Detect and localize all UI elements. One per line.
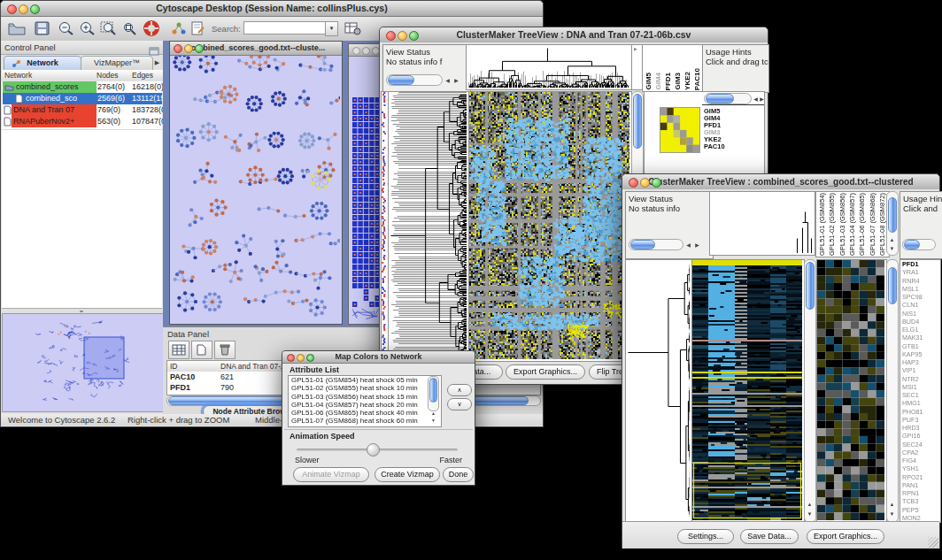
gene-label[interactable]: RPO21 [902,473,940,481]
settings-button[interactable]: Settings... [677,529,734,544]
gene-label[interactable]: TCB3 [902,497,940,505]
tv1-zoom-heatmap[interactable] [660,107,700,153]
speed-slider-thumb[interactable] [367,443,380,456]
zoom-window-icon[interactable] [306,354,314,362]
save-data-button[interactable]: Save Data... [740,529,799,544]
gene-label[interactable]: PAN1 [902,481,940,489]
scroll-right-icon[interactable]: ▶ [452,77,460,84]
scroll-right-icon[interactable]: ▶ [693,242,701,249]
gene-label[interactable]: SEC1 [902,391,940,399]
col-header-edges[interactable]: Edges [129,70,164,81]
save-icon[interactable] [35,21,50,39]
zoom-window-icon[interactable] [409,31,419,41]
scroll-down-icon[interactable]: ▼ [806,510,814,518]
search-dropdown-button[interactable]: ▼ [325,21,338,36]
tv2-row-dendrogram[interactable] [625,259,692,523]
scroll-left-icon[interactable]: ◀ [444,77,452,84]
gene-label[interactable]: GPI16 [902,432,940,440]
scroll-down-icon[interactable]: ▼ [429,417,437,424]
minimize-icon[interactable] [19,4,28,14]
attribute-list-scrollbar[interactable] [428,376,439,411]
gene-label[interactable]: NIS1 [902,310,940,318]
scroll-right-icon[interactable]: ▶ [758,96,766,103]
create-vizmap-button[interactable]: Create Vizmap [374,467,440,482]
gene-label[interactable]: PEP5 [902,506,940,514]
gene-label[interactable]: ELG1 [902,326,940,334]
attribute-list-item[interactable]: GPL51-04 (GSM857) heat shock 20 min [289,401,441,409]
attribute-browser-icon[interactable] [344,21,361,39]
gene-label[interactable]: HRD3 [902,424,940,432]
tiny-arrow-icon[interactable]: ▶ [634,46,637,51]
gene-label[interactable]: NTR2 [902,375,940,383]
network-canvas[interactable] [170,56,340,323]
network-row-selected[interactable]: combined_sco 2569(6) 13112(15) [3,93,162,104]
network-view-window[interactable]: combined_scores_good.txt--cluste... [169,41,343,325]
scroll-left-icon[interactable]: ◀ [684,242,692,249]
network-row-combined-scores[interactable]: combined_scores 2764(0) 16218(0) [3,81,162,93]
tab-overflow-button[interactable]: ▶ [153,58,161,68]
usage-hints-scrollbar[interactable] [704,93,752,104]
tv2-zoom-heatmap[interactable] [816,259,887,523]
tv2-top-vscrollbar[interactable]: ▲ ▼ [886,191,899,256]
close-icon[interactable] [174,44,182,53]
resize-grip[interactable] [928,537,938,548]
delete-attribute-button[interactable] [214,341,236,359]
close-icon[interactable] [7,4,17,14]
network-list-area[interactable] [2,129,162,309]
col-header-nodes[interactable]: Nodes [94,70,132,81]
scroll-up-icon[interactable]: ▲ [888,501,896,508]
close-icon[interactable] [352,47,360,55]
zoom-in-icon[interactable] [79,20,97,40]
done-button[interactable]: Done [443,467,474,482]
tv1-column-dendrogram[interactable] [466,44,632,90]
animate-vizmap-button[interactable]: Animate Vizmap [293,467,369,482]
annotation-icon[interactable] [190,21,205,39]
gene-label[interactable]: PHO81 [902,408,940,416]
gene-label[interactable]: MSL1 [902,285,940,293]
gene-label[interactable]: FIG4 [902,456,940,464]
view-status-scrollbar[interactable] [386,74,443,86]
scroll-down-icon[interactable]: ▼ [888,510,896,518]
scroll-up-icon[interactable]: ▲ [806,501,814,508]
move-down-button[interactable]: ∨ [447,398,472,410]
gene-label[interactable]: SEC24 [902,441,940,449]
tv1-heatmap[interactable] [468,91,632,362]
move-up-button[interactable]: ∧ [447,384,472,396]
col-header-network[interactable]: Network [2,70,97,81]
data-col-id[interactable]: ID [167,361,220,372]
tab-vizmapper[interactable]: VizMapper™ [81,56,153,71]
gene-label[interactable]: PFD1 [902,260,940,268]
open-file-icon[interactable] [8,21,26,39]
usage-hints-scrollbar[interactable] [902,239,936,250]
zoom-window-icon[interactable] [652,178,661,188]
gene-label[interactable]: CPA2 [902,449,940,456]
gene-label[interactable]: YSH1 [902,464,940,472]
scroll-down-icon[interactable]: ▼ [888,245,896,252]
zoom-out-icon[interactable] [58,20,75,40]
close-icon[interactable] [287,354,295,362]
attribute-list-item[interactable]: GPL51-03 (GSM856) heat shock 15 min [289,393,441,401]
close-icon[interactable] [386,31,396,41]
gene-label[interactable]: HAP3 [902,358,940,366]
gene-label[interactable]: RNR4 [902,277,940,285]
gene-label[interactable]: BUD4 [902,318,940,326]
tv2-titlebar[interactable]: ClusterMaker TreeView : combined_scores_… [622,174,939,190]
tv2-gene-vscrollbar[interactable]: ▲ ▼ [886,259,899,523]
zoom-window-icon[interactable] [30,4,40,14]
export-graphics-button[interactable]: Export Graphics... [807,529,884,544]
network-row-rnapuber[interactable]: RNAPuberNov2+ 563(0) 107847(0) [3,116,162,127]
minimize-icon[interactable] [297,354,305,362]
zoom-selected-icon[interactable] [121,20,137,40]
gene-label[interactable]: YRA1 [902,268,940,276]
gene-label[interactable]: CLN1 [902,301,940,309]
gene-label[interactable]: PUF3 [902,416,940,424]
gene-label[interactable]: GTB1 [902,342,940,350]
export-graphics-button[interactable]: Export Graphics... [506,364,585,380]
gene-label[interactable]: VIP1 [902,366,940,374]
minimize-icon[interactable] [398,31,407,41]
network-row-dna-tran[interactable]: DNA and Tran 07 769(0) 183728(0) [3,104,162,116]
minimize-icon[interactable] [184,44,193,53]
gene-label[interactable]: HMG1 [902,399,940,407]
gene-label[interactable]: MAK31 [902,334,940,341]
tv2-heatmap[interactable] [691,259,805,523]
